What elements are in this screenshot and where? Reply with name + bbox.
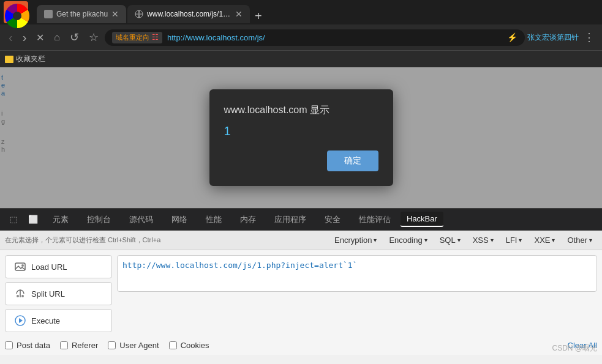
dialog-value: 1	[224, 124, 378, 138]
lfi-dropdown[interactable]: LFI ▾	[501, 234, 527, 247]
other-arrow-icon: ▾	[589, 237, 592, 243]
sql-arrow-icon: ▾	[457, 237, 461, 243]
encoding-label: Encoding	[389, 236, 422, 245]
tab-security[interactable]: 安全	[316, 209, 349, 230]
hackbar-hint: 在元素选择，个元素可以进行检查 Ctrl+Shift，Ctrl+a	[5, 236, 327, 245]
cookies-label: Cookies	[181, 341, 209, 350]
hackbar-footer: Post data Referer User Agent Cookies Cle…	[0, 337, 602, 355]
tab-localhost[interactable]: www.localhost.com/js/1.ph ✕	[127, 5, 250, 23]
other-dropdown[interactable]: Other ▾	[562, 234, 597, 247]
execute-icon	[14, 314, 26, 327]
redirect-badge: 域名重定向 ☷	[112, 32, 162, 43]
devtools-inspect-icon[interactable]: ⬚	[5, 212, 22, 226]
bookmarks-bar: 收藏夹栏	[0, 50, 602, 67]
sql-dropdown[interactable]: SQL ▾	[435, 234, 465, 247]
bookmarks-folder-label: 收藏夹栏	[16, 54, 45, 64]
tab-application[interactable]: 应用程序	[266, 209, 315, 230]
xss-arrow-icon: ▾	[491, 237, 494, 243]
user-agent-checkbox-group: User Agent	[108, 341, 159, 350]
bookmarks-folder[interactable]: 收藏夹栏	[5, 54, 45, 64]
encryption-dropdown[interactable]: Encryption ▾	[329, 234, 382, 247]
main-content: t e a i g z h www.localhost.com 显示 1 确定	[0, 67, 602, 208]
dialog-overlay: www.localhost.com 显示 1 确定	[0, 67, 602, 208]
bookmark-star-button[interactable]: ☆	[85, 28, 102, 46]
post-data-checkbox-group: Post data	[5, 341, 50, 350]
cookies-checkbox[interactable]	[169, 341, 177, 349]
tab-hackbar[interactable]: HackBar	[401, 212, 443, 227]
xxe-arrow-icon: ▾	[552, 237, 555, 243]
more-options-icon[interactable]: ⋮	[581, 31, 597, 44]
url-display[interactable]: http://www.localhost.com/js/1.php?inject…	[117, 255, 597, 292]
refresh-button[interactable]: ↺	[66, 28, 83, 46]
post-data-checkbox[interactable]	[5, 341, 13, 349]
user-agent-label: User Agent	[119, 341, 159, 350]
performance-lightning-button[interactable]: ⚡	[507, 32, 517, 42]
dialog-title: www.localhost.com 显示	[224, 104, 378, 117]
hackbar-body: Load URL Split URL	[0, 250, 602, 337]
referer-checkbox[interactable]	[60, 341, 68, 349]
close-button[interactable]: ✕	[32, 29, 48, 46]
url-input[interactable]	[167, 33, 502, 42]
tab-lighthouse[interactable]: 性能评估	[350, 209, 399, 230]
new-tab-button[interactable]: +	[250, 9, 267, 23]
devtools-device-icon[interactable]: ⬜	[23, 212, 43, 226]
devtools-panel: ⬚ ⬜ 元素 控制台 源代码 网络 性能 内存 应用程序 安全 性能评估 Hac…	[0, 208, 602, 355]
referer-label: Referer	[72, 341, 98, 350]
split-url-label: Split URL	[31, 289, 65, 299]
encryption-label: Encryption	[334, 236, 372, 245]
tab-network[interactable]: 网络	[163, 209, 196, 230]
tab-pikachu[interactable]: Get the pikachu ✕	[37, 5, 126, 23]
tab1-favicon	[44, 10, 53, 18]
sql-label: SQL	[440, 236, 456, 245]
load-url-icon	[14, 261, 26, 273]
tab1-close-icon[interactable]: ✕	[111, 10, 119, 18]
svg-point-4	[21, 295, 24, 297]
post-data-label: Post data	[17, 341, 50, 350]
nav-bar: ‹ › ✕ ⌂ ↺ ☆ 域名重定向 ☷ ⚡ 张文宏谈第四针 ⋮	[0, 24, 602, 50]
tab-console[interactable]: 控制台	[78, 209, 119, 230]
referer-checkbox-group: Referer	[60, 341, 98, 350]
hackbar-left-panel: Load URL Split URL	[5, 255, 112, 332]
svg-marker-6	[19, 318, 23, 323]
svg-rect-1	[15, 263, 25, 270]
tab-bar: 立即登录 Get the pikachu ✕ www.localhost.com…	[0, 0, 602, 24]
hackbar-toolbar: 在元素选择，个元素可以进行检查 Ctrl+Shift，Ctrl+a Encryp…	[0, 231, 602, 250]
load-url-button[interactable]: Load URL	[5, 255, 112, 278]
user-agent-checkbox[interactable]	[108, 341, 116, 349]
tab-elements[interactable]: 元素	[44, 209, 77, 230]
devtools-tabs: ⬚ ⬜ 元素 控制台 源代码 网络 性能 内存 应用程序 安全 性能评估 Hac…	[0, 209, 602, 231]
browser-logo	[5, 4, 29, 28]
svg-point-3	[17, 295, 19, 297]
load-url-label: Load URL	[31, 262, 67, 272]
csdn-watermark: CSDN @咽光	[552, 343, 597, 354]
xxe-dropdown[interactable]: XXE ▾	[529, 234, 560, 247]
other-label: Other	[567, 236, 587, 245]
lfi-arrow-icon: ▾	[519, 237, 522, 243]
home-button[interactable]: ⌂	[50, 29, 64, 45]
tabs-area: Get the pikachu ✕ www.localhost.com/js/1…	[37, 5, 597, 23]
tab-sources[interactable]: 源代码	[121, 209, 162, 230]
encryption-arrow-icon: ▾	[374, 237, 377, 243]
encoding-dropdown[interactable]: Encoding ▾	[384, 234, 432, 247]
redirect-icon: ☷	[152, 33, 159, 42]
xxe-label: XXE	[534, 236, 550, 245]
back-button[interactable]: ‹	[5, 28, 17, 47]
tab1-title: Get the pikachu	[56, 10, 108, 18]
user-label: 张文宏谈第四针	[527, 32, 579, 43]
encoding-arrow-icon: ▾	[424, 237, 427, 243]
split-url-button[interactable]: Split URL	[5, 282, 112, 305]
tab2-title: www.localhost.com/js/1.ph	[147, 10, 231, 18]
tab-memory[interactable]: 内存	[231, 209, 265, 230]
folder-icon	[5, 56, 13, 63]
tab-performance[interactable]: 性能	[197, 209, 230, 230]
tab2-close-icon[interactable]: ✕	[235, 10, 243, 18]
xss-label: XSS	[473, 236, 489, 245]
forward-button[interactable]: ›	[19, 28, 31, 47]
redirect-label: 域名重定向	[116, 33, 149, 42]
dialog-confirm-button[interactable]: 确定	[327, 150, 378, 171]
address-bar: 域名重定向 ☷ ⚡	[105, 29, 525, 46]
execute-button[interactable]: Execute	[5, 309, 112, 332]
xss-dropdown[interactable]: XSS ▾	[468, 234, 499, 247]
tab2-favicon	[135, 10, 143, 18]
lfi-label: LFI	[506, 236, 517, 245]
